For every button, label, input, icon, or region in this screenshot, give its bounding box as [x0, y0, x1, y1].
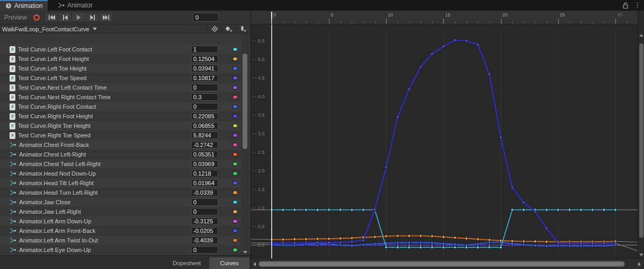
keyframe-diamond[interactable]	[305, 238, 308, 241]
scroll-down-arrow-icon[interactable]	[243, 251, 247, 254]
go-to-end-button[interactable]	[100, 12, 113, 22]
timeline-ruler[interactable]: 051015202530	[251, 11, 638, 24]
property-value-field[interactable]	[191, 132, 218, 139]
keyframe-diamond[interactable]	[407, 241, 410, 244]
keyframe-diamond[interactable]	[488, 238, 491, 241]
property-value-field[interactable]	[191, 160, 218, 168]
current-frame-field[interactable]	[193, 13, 219, 22]
property-value-field[interactable]	[191, 65, 218, 72]
scrollbar-thumb[interactable]	[243, 54, 247, 149]
keyframe-diamond[interactable]	[316, 237, 319, 240]
keyframe-diamond[interactable]	[533, 240, 536, 243]
record-button[interactable]	[31, 13, 42, 22]
property-row[interactable]: #Test Curve.Right Toe Height	[0, 121, 241, 131]
property-row[interactable]: #Test Curve.Right Foot Height	[0, 111, 241, 121]
keyframe-diamond[interactable]	[282, 241, 285, 245]
scrollbar-thumb[interactable]	[258, 261, 625, 267]
keyframe-diamond[interactable]	[293, 208, 296, 211]
keyframe-diamond[interactable]	[465, 246, 468, 249]
property-row[interactable]: Animator.Head Nod Down-Up	[0, 169, 241, 178]
property-row[interactable]: #Test Curve.Left Toe Height	[0, 64, 241, 73]
property-row[interactable]: Animator.Jaw Left-Right	[0, 207, 241, 216]
tab-animation[interactable]: Animation	[0, 0, 48, 11]
keyframe-diamond[interactable]	[316, 208, 319, 211]
keyframe-diamond[interactable]	[339, 241, 342, 244]
property-value-field[interactable]	[191, 74, 218, 82]
keyframe-diamond[interactable]	[293, 238, 296, 241]
keyframe-diamond[interactable]	[476, 43, 479, 46]
keyframe-diamond[interactable]	[327, 237, 330, 240]
property-value-field[interactable]	[191, 227, 218, 235]
property-row[interactable]: #Test Curve.Right Toe Speed	[0, 131, 241, 140]
keyframe-diamond[interactable]	[476, 246, 479, 249]
property-value-field[interactable]	[191, 151, 218, 158]
keyframe-diamond[interactable]	[545, 208, 548, 211]
property-value-field[interactable]	[191, 246, 218, 254]
keyframe-diamond[interactable]	[293, 241, 296, 245]
keyframe-diamond[interactable]	[453, 236, 457, 239]
property-row[interactable]: #Test Curve.Left Foot Contact	[0, 45, 241, 54]
keyframe-diamond[interactable]	[442, 246, 445, 249]
keyframe-diamond[interactable]	[453, 246, 457, 249]
property-value-field[interactable]	[191, 103, 218, 110]
scroll-down-arrow-icon[interactable]	[639, 254, 643, 256]
play-button[interactable]	[72, 12, 86, 22]
property-row[interactable]: Animator.Left Arm Twist In-Out	[0, 236, 241, 245]
keyframe-diamond[interactable]	[339, 237, 342, 240]
property-value-field[interactable]	[191, 112, 218, 120]
property-value-field[interactable]	[191, 46, 218, 53]
keyframe-diamond[interactable]	[350, 208, 353, 211]
property-row[interactable]: Animator.Head Tilt Left-Right	[0, 178, 241, 188]
scroll-left-arrow-icon[interactable]	[253, 262, 256, 266]
scroll-right-arrow-icon[interactable]	[638, 262, 641, 266]
property-row[interactable]: #Test Curve.Left Toe Speed	[0, 73, 241, 83]
keyframe-diamond[interactable]	[465, 237, 468, 240]
keyframe-diamond[interactable]	[305, 208, 308, 211]
property-value-field[interactable]	[191, 55, 218, 63]
property-row[interactable]: Animator.Head Turn Left-Right	[0, 188, 241, 197]
property-row[interactable]: Animator.Left Arm Front-Back	[0, 226, 241, 236]
keyframe-diamond[interactable]	[442, 236, 445, 239]
property-value-field[interactable]	[191, 170, 218, 177]
keyframe-diamond[interactable]	[511, 239, 514, 242]
keyframe-diamond[interactable]	[396, 115, 399, 118]
keyframe-diamond[interactable]	[568, 208, 571, 211]
property-value-field[interactable]	[191, 84, 218, 91]
keyframe-diamond[interactable]	[419, 246, 422, 249]
tab-dopesheet[interactable]: Dopesheet	[165, 257, 209, 269]
keyframe-diamond[interactable]	[591, 208, 594, 211]
keyframe-diamond[interactable]	[579, 208, 583, 211]
keyframe-diamond[interactable]	[384, 166, 388, 169]
keyframe-diamond[interactable]	[465, 39, 468, 42]
property-value-field[interactable]	[191, 198, 218, 206]
keyframe-diamond[interactable]	[362, 239, 365, 242]
keyframe-diamond[interactable]	[499, 246, 503, 249]
keyframe-diamond[interactable]	[511, 208, 514, 211]
property-value-field[interactable]	[191, 237, 218, 244]
property-row[interactable]: #Test Curve.Right Foot Contact	[0, 102, 241, 111]
property-value-field[interactable]	[191, 141, 218, 149]
keyframe-diamond[interactable]	[476, 238, 479, 241]
property-row[interactable]: #Test Curve.Next Right Contact Time	[0, 92, 241, 102]
keyframe-diamond[interactable]	[545, 240, 548, 244]
keyframe-diamond[interactable]	[282, 208, 285, 211]
keyframe-diamond[interactable]	[384, 235, 388, 238]
keyframe-diamond[interactable]	[602, 208, 605, 211]
previous-keyframe-button[interactable]	[58, 12, 72, 22]
clip-dropdown[interactable]: WalkFwdLoop_FootContactCurve	[2, 25, 97, 33]
property-value-field[interactable]	[191, 189, 218, 196]
keyframe-diamond[interactable]	[350, 237, 353, 240]
keyframe-diamond[interactable]	[396, 234, 399, 237]
keyframe-diamond[interactable]	[488, 73, 491, 76]
keyframe-diamond[interactable]	[431, 246, 434, 249]
keyframe-diamond[interactable]	[522, 208, 525, 211]
window-menu-icon[interactable]: ⋮	[634, 2, 641, 9]
keyframe-diamond[interactable]	[407, 246, 410, 249]
property-row[interactable]: Animator.Left Arm Down-Up	[0, 216, 241, 226]
scrollbar-thumb[interactable]	[639, 44, 643, 238]
keyframe-diamond[interactable]	[431, 235, 434, 238]
property-list-scrollbar[interactable]	[241, 33, 249, 255]
property-value-field[interactable]	[191, 218, 218, 225]
curve-horizontal-scrollbar[interactable]	[251, 258, 644, 269]
property-row[interactable]: Animator.Chest Front-Back	[0, 140, 241, 150]
